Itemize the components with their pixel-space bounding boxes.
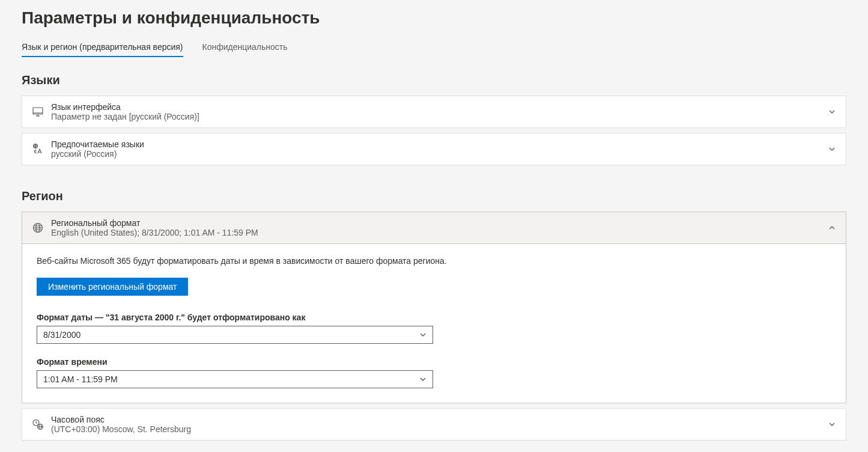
section-region-heading: Регион (22, 189, 846, 203)
card-regional-format[interactable]: Региональный формат English (United Stat… (22, 212, 846, 244)
preferred-languages-title: Предпочитаемые языки (51, 139, 828, 149)
tabs: Язык и регион (предварительная версия) К… (22, 42, 846, 56)
tab-language-region[interactable]: Язык и регион (предварительная версия) (22, 42, 183, 56)
preferred-languages-sub: русский (Россия) (51, 149, 828, 159)
chevron-down-icon (828, 420, 836, 429)
chevron-down-icon (419, 376, 426, 383)
globe-icon (32, 222, 51, 234)
clock-globe-icon (32, 418, 51, 430)
regional-format-expanded: Веб-сайты Microsoft 365 будут форматиров… (22, 244, 846, 403)
chevron-up-icon (828, 224, 836, 232)
card-preferred-languages[interactable]: Предпочитаемые языки русский (Россия) (22, 133, 846, 165)
time-format-select[interactable]: 1:01 AM - 11:59 PM (37, 370, 433, 388)
timezone-sub: (UTC+03:00) Moscow, St. Petersburg (51, 424, 828, 434)
change-regional-format-button[interactable]: Изменить региональный формат (37, 278, 188, 296)
chevron-down-icon (419, 331, 426, 338)
date-format-value: 8/31/2000 (43, 330, 80, 340)
page-title: Параметры и конфиденциальность (22, 0, 846, 42)
chevron-down-icon (828, 145, 836, 153)
section-languages-heading: Языки (22, 73, 846, 87)
date-format-label: Формат даты — "31 августа 2000 г." будет… (37, 313, 831, 322)
regional-format-description: Веб-сайты Microsoft 365 будут форматиров… (37, 256, 831, 266)
regional-format-title: Региональный формат (51, 218, 828, 228)
chevron-down-icon (828, 108, 836, 116)
time-format-label: Формат времени (37, 357, 831, 367)
card-timezone[interactable]: Часовой пояс (UTC+03:00) Moscow, St. Pet… (22, 408, 846, 441)
card-ui-language[interactable]: Язык интерфейса Параметр не задан [русск… (22, 96, 846, 128)
ui-language-sub: Параметр не задан [русский (Россия)] (51, 112, 828, 121)
date-format-select[interactable]: 8/31/2000 (37, 326, 433, 344)
translate-icon (32, 143, 51, 155)
ui-language-title: Язык интерфейса (51, 102, 828, 112)
svg-line-14 (36, 423, 37, 424)
monitor-icon (32, 106, 51, 118)
regional-format-sub: English (United States); 8/31/2000; 1:01… (51, 228, 828, 237)
time-format-value: 1:01 AM - 11:59 PM (43, 374, 118, 384)
timezone-title: Часовой пояс (51, 415, 828, 424)
tab-privacy[interactable]: Конфиденциальность (202, 42, 288, 56)
